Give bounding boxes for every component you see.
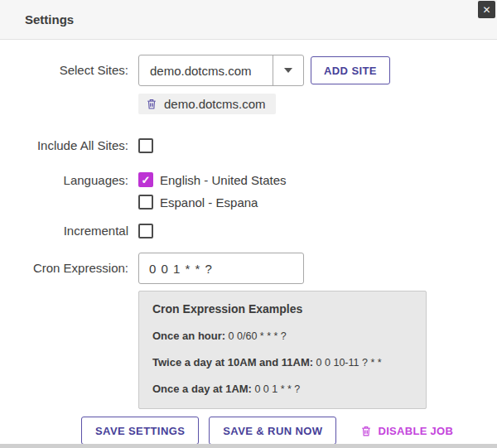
dialog-header: Settings ✕ [0,0,497,40]
save-settings-button[interactable]: SAVE SETTINGS [81,417,199,445]
dropdown-toggle[interactable] [273,55,303,85]
cron-example-value: 0 0 10-11 ? * * [316,357,382,369]
languages-label: Languages: [25,172,128,189]
cron-example-label: Once a day at 1AM: [152,383,252,395]
dialog-title: Settings [25,12,74,26]
cron-examples-panel: Cron Expression Examples Once an hour: 0… [138,291,427,409]
cron-example-value: 0 0/60 * * * ? [229,330,287,342]
cron-example: Once a day at 1AM: 0 0 1 * * ? [152,383,413,395]
language-option: English - United States [138,172,287,187]
include-all-sites-row: Include All Sites: [25,137,472,154]
save-run-now-button[interactable]: SAVE & RUN NOW [209,417,336,445]
dialog-body: Select Sites: demo.dotcms.com ADD SITE [0,40,497,445]
incremental-label: Incremental [25,223,128,239]
cron-examples-title: Cron Expression Examples [152,302,413,316]
include-all-sites-checkbox[interactable] [138,138,153,153]
cron-example: Twice a day at 10AM and 11AM: 0 0 10-11 … [152,356,413,369]
site-chip-label: demo.dotcms.com [164,97,266,111]
languages-row: Languages: English - United States Espan… [25,172,472,210]
disable-job-label: DISABLE JOB [378,425,453,437]
disable-job-button[interactable]: DISABLE JOB [360,425,453,437]
language-english-label[interactable]: English - United States [160,173,287,187]
language-english-checkbox[interactable] [138,172,153,187]
page-background-edge [0,444,497,448]
cron-expression-input[interactable] [138,253,304,284]
include-all-sites-label: Include All Sites: [25,137,128,154]
cron-expression-label: Cron Expression: [25,260,128,277]
cron-example-label: Once an hour: [152,330,225,342]
settings-dialog: Settings ✕ Select Sites: demo.dotcms.com… [0,0,497,444]
remove-site-trash-icon[interactable] [146,98,157,110]
language-option: Espanol - Espana [138,195,287,210]
select-sites-row: Select Sites: demo.dotcms.com ADD SITE [25,55,472,86]
selected-sites-list: demo.dotcms.com [138,94,472,114]
disable-job-trash-icon [360,425,372,437]
close-icon[interactable]: ✕ [478,1,495,18]
site-dropdown-value: demo.dotcms.com [139,55,273,85]
site-dropdown[interactable]: demo.dotcms.com [138,55,304,86]
select-sites-label: Select Sites: [25,62,128,79]
dialog-footer: SAVE SETTINGS SAVE & RUN NOW DISABLE JOB [81,417,472,445]
site-chip: demo.dotcms.com [138,94,276,114]
incremental-checkbox[interactable] [138,224,153,238]
cron-example-value: 0 0 1 * * ? [254,383,300,395]
chevron-down-icon [284,68,292,73]
cron-example: Once an hour: 0 0/60 * * * ? [152,330,413,342]
cron-expression-row: Cron Expression: [25,253,472,284]
incremental-row: Incremental [25,223,472,239]
cron-example-label: Twice a day at 10AM and 11AM: [152,356,313,369]
language-espanol-checkbox[interactable] [138,195,153,210]
add-site-button[interactable]: ADD SITE [311,56,390,84]
language-espanol-label[interactable]: Espanol - Espana [160,195,258,210]
